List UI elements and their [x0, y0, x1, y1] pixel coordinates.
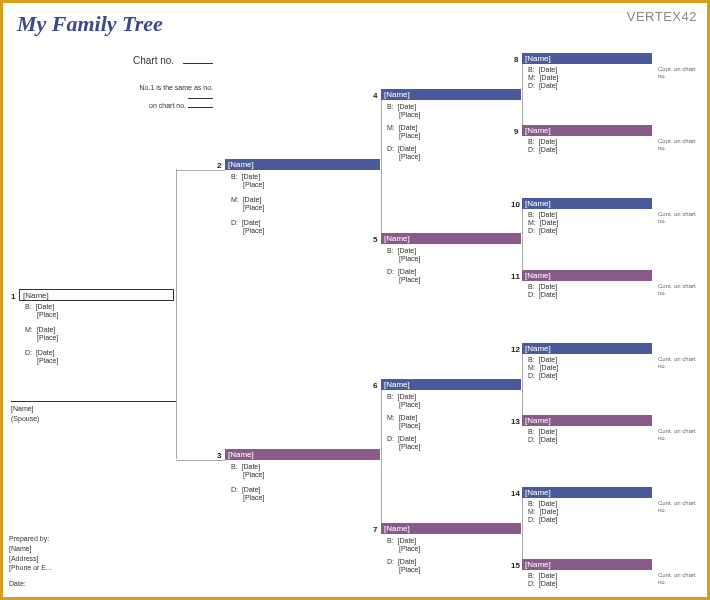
connector-line: [176, 169, 177, 459]
node-12-details: B: [Date] M: [Date] D: [Date]: [528, 356, 558, 380]
node-14-name[interactable]: [Name]: [522, 487, 652, 498]
node-number-12: 12: [511, 345, 520, 354]
node-10-cont: Cont. on chart no.: [658, 211, 700, 224]
node-10-details: B: [Date] M: [Date] D: [Date]: [528, 211, 558, 235]
connector: [381, 388, 382, 533]
same-as-note: No.1 is the same as no. on chart no.: [133, 83, 213, 110]
connector: [381, 98, 382, 243]
node-14-details: B: [Date] M: [Date] D: [Date]: [528, 500, 558, 524]
node-12-name[interactable]: [Name]: [522, 343, 652, 354]
node-3-name[interactable]: [Name]: [225, 449, 380, 460]
node-4-details: B: [Date] [Place] M: [Date] [Place] D: […: [387, 103, 420, 161]
node-number-11: 11: [511, 272, 520, 281]
connector: [176, 460, 225, 461]
node-1-name[interactable]: [Name]: [19, 289, 174, 301]
chart-no-label: Chart no.: [133, 55, 174, 66]
chart-no-blank[interactable]: [183, 63, 213, 64]
node-15-cont: Cont. on chart no.: [658, 572, 700, 585]
node-15-name[interactable]: [Name]: [522, 559, 652, 570]
node-13-name[interactable]: [Name]: [522, 415, 652, 426]
node-9-cont: Cont. on chart no.: [658, 138, 700, 151]
node-number-13: 13: [511, 417, 520, 426]
spouse-label: (Spouse): [11, 415, 39, 423]
node-number-7: 7: [373, 525, 377, 534]
node-5-name[interactable]: [Name]: [381, 233, 521, 244]
node-8-cont: Cont. on chart no.: [658, 66, 700, 79]
node-15-details: B: [Date] D: [Date]: [528, 572, 558, 588]
node-11-name[interactable]: [Name]: [522, 270, 652, 281]
node-13-cont: Cont. on chart no.: [658, 428, 700, 441]
node-1-details: B: [Date] [Place] M: [Date] [Place] D: […: [25, 303, 58, 365]
node-3-details: B: [Date] [Place] D: [Date] [Place]: [231, 463, 264, 502]
vertex42-logo: VERTEX42: [627, 9, 697, 24]
connector: [176, 170, 225, 171]
node-number-1: 1: [11, 292, 15, 301]
node-number-6: 6: [373, 381, 377, 390]
node-7-name[interactable]: [Name]: [381, 523, 521, 534]
node-10-name[interactable]: [Name]: [522, 198, 652, 209]
node-number-9: 9: [514, 127, 518, 136]
node-13-details: B: [Date] D: [Date]: [528, 428, 558, 444]
node-number-14: 14: [511, 489, 520, 498]
node-14-cont: Cont. on chart no.: [658, 500, 700, 513]
node-12-cont: Cont. on chart no.: [658, 356, 700, 369]
node-number-2: 2: [217, 161, 221, 170]
node-number-4: 4: [373, 91, 377, 100]
node-9-details: B: [Date] D: [Date]: [528, 138, 558, 154]
prepared-by-block: Prepared by: [Name] [Address] [Phone or …: [9, 534, 52, 589]
node-number-15: 15: [511, 561, 520, 570]
node-4-name[interactable]: [Name]: [381, 89, 521, 100]
node-2-details: B: [Date] [Place] M: [Date] [Place] D: […: [231, 173, 264, 235]
node-2-name[interactable]: [Name]: [225, 159, 380, 170]
node-7-details: B: [Date] [Place] D: [Date] [Place]: [387, 537, 420, 574]
node-8-name[interactable]: [Name]: [522, 53, 652, 64]
node-8-details: B: [Date] M: [Date] D: [Date]: [528, 66, 558, 90]
node-6-name[interactable]: [Name]: [381, 379, 521, 390]
node-number-8: 8: [514, 55, 518, 64]
page-title: My Family Tree: [17, 11, 163, 37]
node-9-name[interactable]: [Name]: [522, 125, 652, 136]
node-11-details: B: [Date] D: [Date]: [528, 283, 558, 299]
node-6-details: B: [Date] [Place] M: [Date] [Place] D: […: [387, 393, 420, 451]
node-number-3: 3: [217, 451, 221, 460]
spouse-line: [11, 401, 176, 402]
node-number-10: 10: [511, 200, 520, 209]
spouse-name: [Name]: [11, 405, 34, 413]
node-11-cont: Cont. on chart no.: [658, 283, 700, 296]
node-5-details: B: [Date] [Place] D: [Date] [Place]: [387, 247, 420, 284]
node-number-5: 5: [373, 235, 377, 244]
